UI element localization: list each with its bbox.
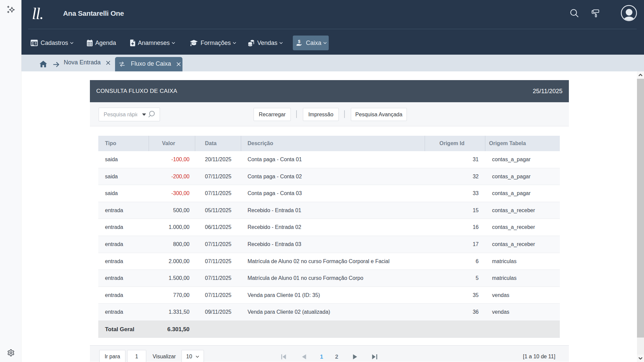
svg-text:$: $ <box>298 40 301 44</box>
